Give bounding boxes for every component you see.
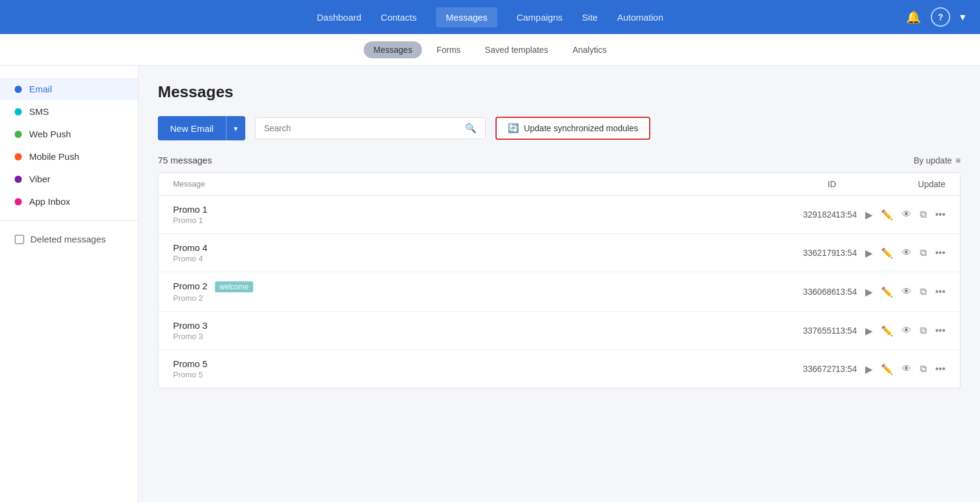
play-icon[interactable]: ▶ bbox=[865, 325, 873, 337]
copy-icon[interactable]: ⧉ bbox=[920, 247, 927, 258]
help-icon[interactable]: ? bbox=[931, 7, 950, 27]
sync-label: Update synchronized modules bbox=[524, 123, 638, 133]
subnav-messages[interactable]: Messages bbox=[364, 41, 422, 58]
appinbox-dot bbox=[15, 198, 22, 205]
search-input[interactable] bbox=[264, 123, 460, 133]
sort-icon: ≡ bbox=[956, 156, 961, 165]
preview-icon[interactable]: 👁 bbox=[902, 325, 911, 336]
preview-icon[interactable]: 👁 bbox=[902, 209, 911, 220]
deleted-checkbox[interactable] bbox=[15, 235, 24, 244]
sidebar-sms-label: SMS bbox=[29, 106, 49, 117]
play-icon[interactable]: ▶ bbox=[865, 247, 873, 259]
preview-icon[interactable]: 👁 bbox=[902, 247, 911, 258]
toolbar: New Email ▾ 🔍 🔄 Update synchronized modu… bbox=[158, 116, 961, 140]
row-id: 3360686 bbox=[775, 287, 836, 297]
sidebar-mobilepush-label: Mobile Push bbox=[29, 151, 80, 162]
sidebar-deleted-label: Deleted messages bbox=[30, 234, 106, 244]
row-id: 3366727 bbox=[775, 364, 836, 374]
edit-icon[interactable]: ✏️ bbox=[881, 325, 893, 337]
row-name: Promo 3 bbox=[173, 320, 703, 331]
more-icon[interactable]: ••• bbox=[935, 363, 945, 374]
top-nav-right: 🔔 ? ▾ bbox=[906, 7, 965, 27]
play-icon[interactable]: ▶ bbox=[865, 363, 873, 375]
row-id: 3376551 bbox=[775, 326, 836, 335]
edit-icon[interactable]: ✏️ bbox=[881, 209, 893, 221]
row-id: 3362179 bbox=[775, 248, 836, 258]
copy-icon[interactable]: ⧉ bbox=[920, 325, 927, 336]
row-update-actions: 13:54 ▶ ✏️ 👁 ⧉ ••• bbox=[836, 286, 945, 298]
play-icon[interactable]: ▶ bbox=[865, 209, 873, 221]
copy-icon[interactable]: ⧉ bbox=[920, 363, 927, 374]
sidebar-item-email[interactable]: Email bbox=[0, 78, 138, 100]
more-icon[interactable]: ••• bbox=[935, 247, 945, 258]
edit-icon[interactable]: ✏️ bbox=[881, 363, 893, 375]
nav-messages[interactable]: Messages bbox=[436, 7, 497, 27]
row-message-cell: Promo 4 Promo 4 bbox=[173, 242, 703, 263]
messages-table: Message ID Update Promo 1 Promo 1 329182… bbox=[158, 173, 961, 388]
edit-icon[interactable]: ✏️ bbox=[881, 286, 893, 298]
sub-nav: Messages Forms Saved templates Analytics bbox=[0, 34, 980, 66]
more-icon[interactable]: ••• bbox=[935, 325, 945, 336]
nav-dashboard[interactable]: Dashboard bbox=[317, 7, 361, 27]
sort-button[interactable]: By update ≡ bbox=[914, 156, 961, 165]
row-sub: Promo 5 bbox=[173, 370, 703, 379]
table-row: Promo 4 Promo 4 3362179 13:54 ▶ ✏️ 👁 ⧉ •… bbox=[158, 234, 960, 272]
row-update-time: 13:54 bbox=[835, 287, 857, 297]
table-row: Promo 2 welcome Promo 2 3360686 13:54 ▶ … bbox=[158, 272, 960, 312]
sms-dot bbox=[15, 108, 22, 115]
subnav-analytics[interactable]: Analytics bbox=[563, 41, 616, 58]
sidebar-item-deleted[interactable]: Deleted messages bbox=[0, 228, 138, 250]
table-row: Promo 3 Promo 3 3376551 13:54 ▶ ✏️ 👁 ⧉ •… bbox=[158, 312, 960, 350]
new-email-button[interactable]: New Email ▾ bbox=[158, 116, 245, 140]
preview-icon[interactable]: 👁 bbox=[902, 363, 911, 374]
sync-icon: 🔄 bbox=[508, 123, 519, 134]
row-update-time: 13:54 bbox=[835, 364, 857, 374]
copy-icon[interactable]: ⧉ bbox=[920, 286, 927, 297]
sidebar-viber-label: Viber bbox=[29, 174, 50, 184]
edit-icon[interactable]: ✏️ bbox=[881, 247, 893, 259]
subnav-forms[interactable]: Forms bbox=[427, 41, 471, 58]
nav-site[interactable]: Site bbox=[582, 7, 598, 27]
row-update-actions: 13:54 ▶ ✏️ 👁 ⧉ ••• bbox=[836, 363, 945, 375]
subnav-saved-templates[interactable]: Saved templates bbox=[475, 41, 558, 58]
table-row: Promo 5 Promo 5 3366727 13:54 ▶ ✏️ 👁 ⧉ •… bbox=[158, 350, 960, 388]
main-layout: Email SMS Web Push Mobile Push Viber App… bbox=[0, 66, 980, 502]
preview-icon[interactable]: 👁 bbox=[902, 286, 911, 297]
page-title: Messages bbox=[158, 83, 961, 101]
row-id: 3291824 bbox=[775, 210, 836, 219]
new-email-label: New Email bbox=[158, 117, 226, 140]
nav-automation[interactable]: Automation bbox=[617, 7, 663, 27]
col-header-id: ID bbox=[775, 179, 836, 189]
nav-campaigns[interactable]: Campaigns bbox=[517, 7, 563, 27]
sync-button[interactable]: 🔄 Update synchronized modules bbox=[495, 117, 650, 140]
copy-icon[interactable]: ⧉ bbox=[920, 209, 927, 220]
new-email-arrow[interactable]: ▾ bbox=[226, 118, 245, 139]
bell-icon[interactable]: 🔔 bbox=[906, 10, 921, 24]
row-message-cell: Promo 1 Promo 1 bbox=[173, 204, 703, 225]
row-name: Promo 5 bbox=[173, 359, 703, 369]
sidebar-item-webpush[interactable]: Web Push bbox=[0, 123, 138, 145]
nav-contacts[interactable]: Contacts bbox=[381, 7, 417, 27]
table-row: Promo 1 Promo 1 3291824 13:54 ▶ ✏️ 👁 ⧉ •… bbox=[158, 196, 960, 234]
row-sub: Promo 4 bbox=[173, 254, 703, 263]
sidebar-divider bbox=[0, 220, 138, 221]
sidebar: Email SMS Web Push Mobile Push Viber App… bbox=[0, 66, 138, 502]
webpush-dot bbox=[15, 131, 22, 138]
col-header-message: Message bbox=[173, 179, 703, 189]
sidebar-item-viber[interactable]: Viber bbox=[0, 168, 138, 190]
sidebar-item-mobilepush[interactable]: Mobile Push bbox=[0, 145, 138, 168]
row-message-cell: Promo 5 Promo 5 bbox=[173, 359, 703, 379]
row-update-time: 13:54 bbox=[835, 326, 857, 335]
row-name: Promo 4 bbox=[173, 242, 703, 253]
search-icon: 🔍 bbox=[465, 123, 477, 134]
row-name: Promo 2 welcome bbox=[173, 281, 703, 292]
more-icon[interactable]: ••• bbox=[935, 209, 945, 220]
messages-header: 75 messages By update ≡ bbox=[158, 155, 961, 165]
more-icon[interactable]: ••• bbox=[935, 286, 945, 297]
play-icon[interactable]: ▶ bbox=[865, 286, 873, 298]
col-header-update: Update bbox=[836, 179, 945, 189]
row-update-actions: 13:54 ▶ ✏️ 👁 ⧉ ••• bbox=[836, 325, 945, 337]
user-dropdown-icon[interactable]: ▾ bbox=[960, 10, 965, 24]
sidebar-item-appinbox[interactable]: App Inbox bbox=[0, 190, 138, 213]
sidebar-item-sms[interactable]: SMS bbox=[0, 100, 138, 123]
